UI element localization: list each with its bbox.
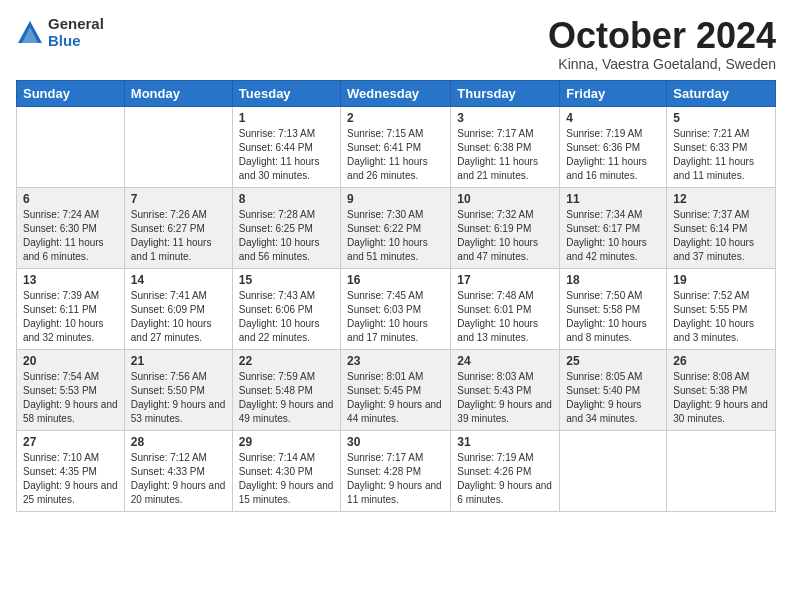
day-number: 8 — [239, 192, 334, 206]
day-info: Sunrise: 7:37 AM Sunset: 6:14 PM Dayligh… — [673, 208, 769, 264]
logo-blue-text: Blue — [48, 33, 104, 50]
col-header-sunday: Sunday — [17, 80, 125, 106]
day-info: Sunrise: 7:30 AM Sunset: 6:22 PM Dayligh… — [347, 208, 444, 264]
day-cell: 30Sunrise: 7:17 AM Sunset: 4:28 PM Dayli… — [341, 430, 451, 511]
day-cell: 19Sunrise: 7:52 AM Sunset: 5:55 PM Dayli… — [667, 268, 776, 349]
day-number: 2 — [347, 111, 444, 125]
day-cell: 20Sunrise: 7:54 AM Sunset: 5:53 PM Dayli… — [17, 349, 125, 430]
day-info: Sunrise: 8:05 AM Sunset: 5:40 PM Dayligh… — [566, 370, 660, 426]
day-number: 21 — [131, 354, 226, 368]
day-info: Sunrise: 7:13 AM Sunset: 6:44 PM Dayligh… — [239, 127, 334, 183]
day-info: Sunrise: 7:15 AM Sunset: 6:41 PM Dayligh… — [347, 127, 444, 183]
header-row: SundayMondayTuesdayWednesdayThursdayFrid… — [17, 80, 776, 106]
day-cell: 18Sunrise: 7:50 AM Sunset: 5:58 PM Dayli… — [560, 268, 667, 349]
day-number: 30 — [347, 435, 444, 449]
day-info: Sunrise: 7:59 AM Sunset: 5:48 PM Dayligh… — [239, 370, 334, 426]
day-number: 22 — [239, 354, 334, 368]
week-row-3: 13Sunrise: 7:39 AM Sunset: 6:11 PM Dayli… — [17, 268, 776, 349]
day-info: Sunrise: 7:54 AM Sunset: 5:53 PM Dayligh… — [23, 370, 118, 426]
day-number: 10 — [457, 192, 553, 206]
day-number: 12 — [673, 192, 769, 206]
day-info: Sunrise: 7:17 AM Sunset: 4:28 PM Dayligh… — [347, 451, 444, 507]
day-number: 25 — [566, 354, 660, 368]
day-number: 28 — [131, 435, 226, 449]
day-cell: 2Sunrise: 7:15 AM Sunset: 6:41 PM Daylig… — [341, 106, 451, 187]
day-cell: 15Sunrise: 7:43 AM Sunset: 6:06 PM Dayli… — [232, 268, 340, 349]
day-cell: 12Sunrise: 7:37 AM Sunset: 6:14 PM Dayli… — [667, 187, 776, 268]
day-info: Sunrise: 7:14 AM Sunset: 4:30 PM Dayligh… — [239, 451, 334, 507]
day-cell: 17Sunrise: 7:48 AM Sunset: 6:01 PM Dayli… — [451, 268, 560, 349]
col-header-thursday: Thursday — [451, 80, 560, 106]
col-header-friday: Friday — [560, 80, 667, 106]
col-header-saturday: Saturday — [667, 80, 776, 106]
day-number: 19 — [673, 273, 769, 287]
day-number: 5 — [673, 111, 769, 125]
day-cell: 27Sunrise: 7:10 AM Sunset: 4:35 PM Dayli… — [17, 430, 125, 511]
day-number: 14 — [131, 273, 226, 287]
day-cell: 8Sunrise: 7:28 AM Sunset: 6:25 PM Daylig… — [232, 187, 340, 268]
day-number: 1 — [239, 111, 334, 125]
week-row-4: 20Sunrise: 7:54 AM Sunset: 5:53 PM Dayli… — [17, 349, 776, 430]
day-cell: 4Sunrise: 7:19 AM Sunset: 6:36 PM Daylig… — [560, 106, 667, 187]
day-cell: 10Sunrise: 7:32 AM Sunset: 6:19 PM Dayli… — [451, 187, 560, 268]
day-info: Sunrise: 8:03 AM Sunset: 5:43 PM Dayligh… — [457, 370, 553, 426]
day-cell: 24Sunrise: 8:03 AM Sunset: 5:43 PM Dayli… — [451, 349, 560, 430]
day-info: Sunrise: 7:17 AM Sunset: 6:38 PM Dayligh… — [457, 127, 553, 183]
day-cell: 16Sunrise: 7:45 AM Sunset: 6:03 PM Dayli… — [341, 268, 451, 349]
day-info: Sunrise: 7:19 AM Sunset: 4:26 PM Dayligh… — [457, 451, 553, 507]
day-info: Sunrise: 8:01 AM Sunset: 5:45 PM Dayligh… — [347, 370, 444, 426]
week-row-2: 6Sunrise: 7:24 AM Sunset: 6:30 PM Daylig… — [17, 187, 776, 268]
logo-text: General Blue — [48, 16, 104, 49]
day-info: Sunrise: 7:12 AM Sunset: 4:33 PM Dayligh… — [131, 451, 226, 507]
day-cell: 3Sunrise: 7:17 AM Sunset: 6:38 PM Daylig… — [451, 106, 560, 187]
day-number: 24 — [457, 354, 553, 368]
day-info: Sunrise: 7:48 AM Sunset: 6:01 PM Dayligh… — [457, 289, 553, 345]
day-info: Sunrise: 7:50 AM Sunset: 5:58 PM Dayligh… — [566, 289, 660, 345]
day-info: Sunrise: 8:08 AM Sunset: 5:38 PM Dayligh… — [673, 370, 769, 426]
day-info: Sunrise: 7:43 AM Sunset: 6:06 PM Dayligh… — [239, 289, 334, 345]
day-cell — [667, 430, 776, 511]
day-cell — [560, 430, 667, 511]
day-cell: 25Sunrise: 8:05 AM Sunset: 5:40 PM Dayli… — [560, 349, 667, 430]
day-number: 7 — [131, 192, 226, 206]
day-cell: 21Sunrise: 7:56 AM Sunset: 5:50 PM Dayli… — [124, 349, 232, 430]
day-info: Sunrise: 7:19 AM Sunset: 6:36 PM Dayligh… — [566, 127, 660, 183]
day-info: Sunrise: 7:32 AM Sunset: 6:19 PM Dayligh… — [457, 208, 553, 264]
day-number: 20 — [23, 354, 118, 368]
day-number: 9 — [347, 192, 444, 206]
day-number: 29 — [239, 435, 334, 449]
day-cell: 7Sunrise: 7:26 AM Sunset: 6:27 PM Daylig… — [124, 187, 232, 268]
day-cell — [124, 106, 232, 187]
header: General Blue October 2024 Kinna, Vaestra… — [16, 16, 776, 72]
day-info: Sunrise: 7:10 AM Sunset: 4:35 PM Dayligh… — [23, 451, 118, 507]
calendar-table: SundayMondayTuesdayWednesdayThursdayFrid… — [16, 80, 776, 512]
day-cell: 28Sunrise: 7:12 AM Sunset: 4:33 PM Dayli… — [124, 430, 232, 511]
day-number: 16 — [347, 273, 444, 287]
day-info: Sunrise: 7:52 AM Sunset: 5:55 PM Dayligh… — [673, 289, 769, 345]
day-info: Sunrise: 7:28 AM Sunset: 6:25 PM Dayligh… — [239, 208, 334, 264]
day-info: Sunrise: 7:21 AM Sunset: 6:33 PM Dayligh… — [673, 127, 769, 183]
day-cell: 31Sunrise: 7:19 AM Sunset: 4:26 PM Dayli… — [451, 430, 560, 511]
day-cell: 14Sunrise: 7:41 AM Sunset: 6:09 PM Dayli… — [124, 268, 232, 349]
day-info: Sunrise: 7:41 AM Sunset: 6:09 PM Dayligh… — [131, 289, 226, 345]
day-number: 4 — [566, 111, 660, 125]
logo-general-text: General — [48, 16, 104, 33]
day-info: Sunrise: 7:24 AM Sunset: 6:30 PM Dayligh… — [23, 208, 118, 264]
logo: General Blue — [16, 16, 104, 49]
day-number: 17 — [457, 273, 553, 287]
logo-icon — [16, 19, 44, 47]
day-cell: 11Sunrise: 7:34 AM Sunset: 6:17 PM Dayli… — [560, 187, 667, 268]
day-number: 15 — [239, 273, 334, 287]
day-number: 6 — [23, 192, 118, 206]
day-cell: 26Sunrise: 8:08 AM Sunset: 5:38 PM Dayli… — [667, 349, 776, 430]
day-cell: 13Sunrise: 7:39 AM Sunset: 6:11 PM Dayli… — [17, 268, 125, 349]
col-header-wednesday: Wednesday — [341, 80, 451, 106]
title-area: October 2024 Kinna, Vaestra Goetaland, S… — [548, 16, 776, 72]
day-number: 23 — [347, 354, 444, 368]
day-number: 31 — [457, 435, 553, 449]
day-number: 26 — [673, 354, 769, 368]
day-info: Sunrise: 7:56 AM Sunset: 5:50 PM Dayligh… — [131, 370, 226, 426]
col-header-monday: Monday — [124, 80, 232, 106]
day-info: Sunrise: 7:34 AM Sunset: 6:17 PM Dayligh… — [566, 208, 660, 264]
day-number: 13 — [23, 273, 118, 287]
